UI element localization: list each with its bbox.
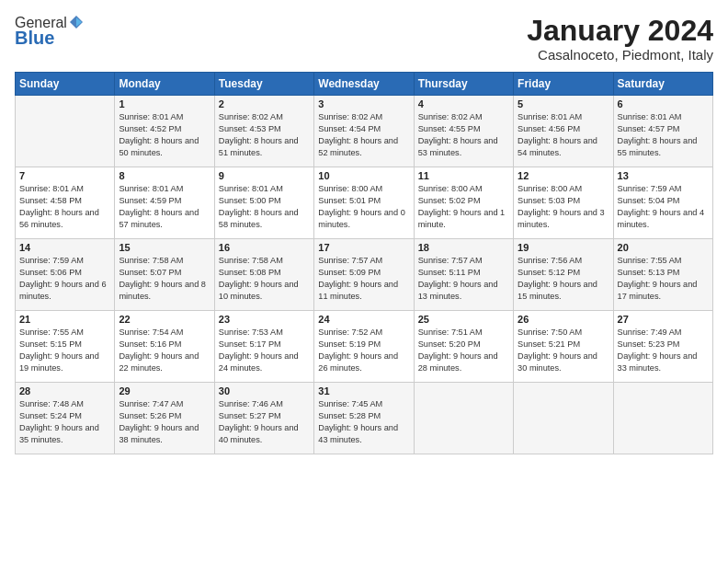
day-info: Sunrise: 7:57 AMSunset: 5:11 PMDaylight:… [418,255,509,303]
calendar-cell: 4Sunrise: 8:02 AMSunset: 4:55 PMDaylight… [414,96,513,167]
day-info: Sunrise: 7:58 AMSunset: 5:07 PMDaylight:… [119,255,210,303]
day-number: 27 [618,314,709,325]
day-number: 17 [318,242,409,253]
day-number: 21 [19,314,110,325]
day-of-week-header: Thursday [414,73,513,96]
day-number: 11 [418,170,509,181]
day-info: Sunrise: 7:50 AMSunset: 5:21 PMDaylight:… [518,327,609,374]
day-info: Sunrise: 7:49 AMSunset: 5:23 PMDaylight:… [618,327,709,374]
day-info: Sunrise: 7:54 AMSunset: 5:16 PMDaylight:… [119,327,210,374]
logo: General Blue [15,15,85,49]
calendar-cell [16,96,115,167]
calendar-cell [613,383,712,454]
day-number: 7 [19,170,110,181]
day-info: Sunrise: 8:02 AMSunset: 4:54 PMDaylight:… [318,111,409,159]
header: General Blue January 2024 Casalnoceto, P… [15,15,713,63]
day-info: Sunrise: 7:58 AMSunset: 5:08 PMDaylight:… [219,255,310,303]
day-number: 13 [618,170,709,181]
calendar-week-row: 14Sunrise: 7:59 AMSunset: 5:06 PMDayligh… [16,239,713,311]
calendar-cell: 7Sunrise: 8:01 AMSunset: 4:58 PMDaylight… [16,167,115,239]
day-info: Sunrise: 8:01 AMSunset: 4:58 PMDaylight:… [19,183,110,231]
day-info: Sunrise: 7:47 AMSunset: 5:26 PMDaylight:… [119,398,210,446]
day-of-week-header: Saturday [613,73,712,96]
day-info: Sunrise: 8:02 AMSunset: 4:53 PMDaylight:… [219,111,310,159]
day-info: Sunrise: 8:02 AMSunset: 4:55 PMDaylight:… [418,111,509,159]
calendar-cell: 24Sunrise: 7:52 AMSunset: 5:19 PMDayligh… [314,311,414,383]
day-number: 6 [618,98,709,109]
calendar-cell: 27Sunrise: 7:49 AMSunset: 5:23 PMDayligh… [613,311,712,383]
day-info: Sunrise: 7:53 AMSunset: 5:17 PMDaylight:… [219,327,310,374]
calendar-cell: 22Sunrise: 7:54 AMSunset: 5:16 PMDayligh… [115,311,214,383]
day-number: 3 [318,98,409,109]
day-number: 5 [518,98,609,109]
calendar-table: SundayMondayTuesdayWednesdayThursdayFrid… [15,72,713,454]
day-number: 22 [119,314,210,325]
day-number: 12 [518,170,609,181]
day-number: 8 [119,170,210,181]
day-number: 29 [119,385,210,396]
calendar-week-row: 21Sunrise: 7:55 AMSunset: 5:15 PMDayligh… [16,311,713,383]
calendar-cell: 18Sunrise: 7:57 AMSunset: 5:11 PMDayligh… [414,239,513,311]
calendar-cell: 30Sunrise: 7:46 AMSunset: 5:27 PMDayligh… [214,383,313,454]
day-info: Sunrise: 7:55 AMSunset: 5:13 PMDaylight:… [618,255,709,303]
location: Casalnoceto, Piedmont, Italy [527,47,713,63]
calendar-cell: 28Sunrise: 7:48 AMSunset: 5:24 PMDayligh… [16,383,115,454]
day-number: 1 [119,98,210,109]
day-number: 30 [219,385,310,396]
calendar-cell: 29Sunrise: 7:47 AMSunset: 5:26 PMDayligh… [115,383,214,454]
calendar-week-row: 1Sunrise: 8:01 AMSunset: 4:52 PMDaylight… [16,96,713,167]
day-info: Sunrise: 7:52 AMSunset: 5:19 PMDaylight:… [318,327,409,374]
day-of-week-header: Friday [514,73,613,96]
calendar-cell: 5Sunrise: 8:01 AMSunset: 4:56 PMDaylight… [514,96,613,167]
calendar-cell: 12Sunrise: 8:00 AMSunset: 5:03 PMDayligh… [514,167,613,239]
day-info: Sunrise: 7:45 AMSunset: 5:28 PMDaylight:… [318,398,409,446]
day-info: Sunrise: 8:01 AMSunset: 4:57 PMDaylight:… [618,111,709,159]
day-of-week-header: Sunday [16,73,115,96]
calendar-cell: 21Sunrise: 7:55 AMSunset: 5:15 PMDayligh… [16,311,115,383]
day-number: 16 [219,242,310,253]
day-info: Sunrise: 8:00 AMSunset: 5:02 PMDaylight:… [418,183,509,231]
month-title: January 2024 [527,15,713,47]
day-number: 20 [618,242,709,253]
calendar-cell: 26Sunrise: 7:50 AMSunset: 5:21 PMDayligh… [514,311,613,383]
calendar-cell: 25Sunrise: 7:51 AMSunset: 5:20 PMDayligh… [414,311,513,383]
calendar-cell: 8Sunrise: 8:01 AMSunset: 4:59 PMDaylight… [115,167,214,239]
day-info: Sunrise: 8:00 AMSunset: 5:03 PMDaylight:… [518,183,609,231]
day-info: Sunrise: 7:59 AMSunset: 5:06 PMDaylight:… [19,255,110,303]
day-info: Sunrise: 7:48 AMSunset: 5:24 PMDaylight:… [19,398,110,446]
calendar-cell: 15Sunrise: 7:58 AMSunset: 5:07 PMDayligh… [115,239,214,311]
calendar-header-row: SundayMondayTuesdayWednesdayThursdayFrid… [16,73,713,96]
day-number: 25 [418,314,509,325]
calendar-cell: 6Sunrise: 8:01 AMSunset: 4:57 PMDaylight… [613,96,712,167]
day-number: 9 [219,170,310,181]
day-number: 26 [518,314,609,325]
calendar-cell: 11Sunrise: 8:00 AMSunset: 5:02 PMDayligh… [414,167,513,239]
calendar-week-row: 7Sunrise: 8:01 AMSunset: 4:58 PMDaylight… [16,167,713,239]
day-info: Sunrise: 8:01 AMSunset: 4:56 PMDaylight:… [518,111,609,159]
day-number: 18 [418,242,509,253]
calendar-cell: 14Sunrise: 7:59 AMSunset: 5:06 PMDayligh… [16,239,115,311]
day-number: 2 [219,98,310,109]
calendar-cell: 19Sunrise: 7:56 AMSunset: 5:12 PMDayligh… [514,239,613,311]
day-number: 19 [518,242,609,253]
calendar-cell: 31Sunrise: 7:45 AMSunset: 5:28 PMDayligh… [314,383,414,454]
calendar-container: General Blue January 2024 Casalnoceto, P… [0,0,728,563]
calendar-cell: 2Sunrise: 8:02 AMSunset: 4:53 PMDaylight… [214,96,313,167]
title-block: January 2024 Casalnoceto, Piedmont, Ital… [527,15,713,63]
day-info: Sunrise: 8:01 AMSunset: 4:59 PMDaylight:… [119,183,210,231]
calendar-cell [514,383,613,454]
day-of-week-header: Monday [115,73,214,96]
day-number: 14 [19,242,110,253]
calendar-cell: 3Sunrise: 8:02 AMSunset: 4:54 PMDaylight… [314,96,414,167]
day-info: Sunrise: 8:00 AMSunset: 5:01 PMDaylight:… [318,183,409,231]
day-info: Sunrise: 7:55 AMSunset: 5:15 PMDaylight:… [19,327,110,374]
day-number: 31 [318,385,409,396]
day-info: Sunrise: 7:59 AMSunset: 5:04 PMDaylight:… [618,183,709,231]
day-number: 23 [219,314,310,325]
calendar-cell: 10Sunrise: 8:00 AMSunset: 5:01 PMDayligh… [314,167,414,239]
day-of-week-header: Wednesday [314,73,414,96]
day-number: 4 [418,98,509,109]
day-info: Sunrise: 7:46 AMSunset: 5:27 PMDaylight:… [219,398,310,446]
day-info: Sunrise: 8:01 AMSunset: 5:00 PMDaylight:… [219,183,310,231]
calendar-cell [414,383,513,454]
